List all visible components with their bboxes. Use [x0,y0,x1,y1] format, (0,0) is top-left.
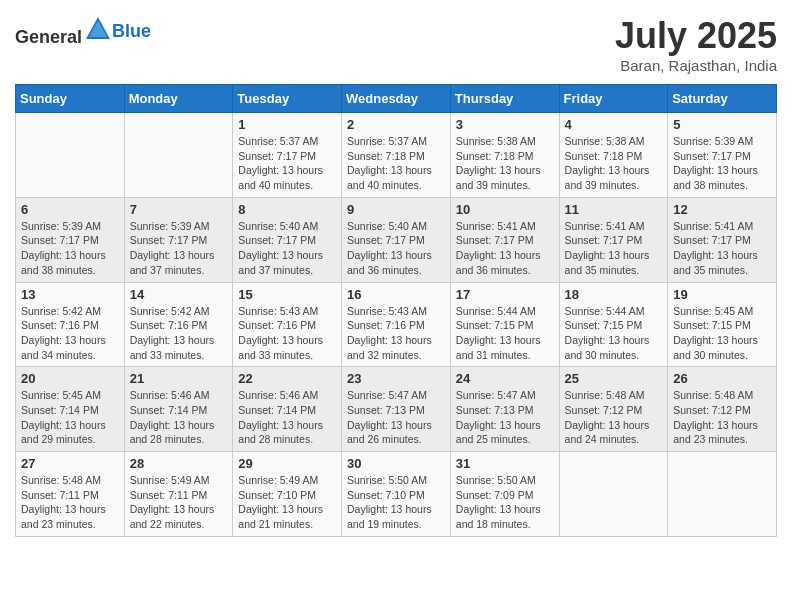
day-number: 20 [21,371,119,386]
calendar-cell: 10Sunrise: 5:41 AMSunset: 7:17 PMDayligh… [450,197,559,282]
day-info: Sunrise: 5:44 AMSunset: 7:15 PMDaylight:… [456,304,554,363]
calendar-header-thursday: Thursday [450,85,559,113]
day-number: 17 [456,287,554,302]
day-info: Sunrise: 5:40 AMSunset: 7:17 PMDaylight:… [347,219,445,278]
day-info: Sunrise: 5:37 AMSunset: 7:17 PMDaylight:… [238,134,336,193]
day-number: 1 [238,117,336,132]
calendar-header-row: SundayMondayTuesdayWednesdayThursdayFrid… [16,85,777,113]
calendar-cell [16,113,125,198]
logo-blue: Blue [112,21,151,42]
day-number: 2 [347,117,445,132]
calendar-cell: 7Sunrise: 5:39 AMSunset: 7:17 PMDaylight… [124,197,233,282]
day-number: 26 [673,371,771,386]
calendar-header-sunday: Sunday [16,85,125,113]
logo-general: General [15,27,82,47]
day-info: Sunrise: 5:39 AMSunset: 7:17 PMDaylight:… [673,134,771,193]
calendar-week-row: 20Sunrise: 5:45 AMSunset: 7:14 PMDayligh… [16,367,777,452]
day-number: 23 [347,371,445,386]
calendar-cell: 24Sunrise: 5:47 AMSunset: 7:13 PMDayligh… [450,367,559,452]
calendar-cell: 17Sunrise: 5:44 AMSunset: 7:15 PMDayligh… [450,282,559,367]
day-info: Sunrise: 5:42 AMSunset: 7:16 PMDaylight:… [130,304,228,363]
calendar-cell: 26Sunrise: 5:48 AMSunset: 7:12 PMDayligh… [668,367,777,452]
day-info: Sunrise: 5:49 AMSunset: 7:10 PMDaylight:… [238,473,336,532]
day-info: Sunrise: 5:46 AMSunset: 7:14 PMDaylight:… [130,388,228,447]
day-info: Sunrise: 5:37 AMSunset: 7:18 PMDaylight:… [347,134,445,193]
day-info: Sunrise: 5:47 AMSunset: 7:13 PMDaylight:… [456,388,554,447]
page-header: General Blue July 2025 Baran, Rajasthan,… [15,15,777,74]
day-number: 7 [130,202,228,217]
calendar-cell: 27Sunrise: 5:48 AMSunset: 7:11 PMDayligh… [16,452,125,537]
calendar-header-tuesday: Tuesday [233,85,342,113]
calendar-header-wednesday: Wednesday [342,85,451,113]
day-info: Sunrise: 5:42 AMSunset: 7:16 PMDaylight:… [21,304,119,363]
day-info: Sunrise: 5:41 AMSunset: 7:17 PMDaylight:… [673,219,771,278]
day-info: Sunrise: 5:50 AMSunset: 7:09 PMDaylight:… [456,473,554,532]
day-number: 4 [565,117,663,132]
calendar-week-row: 27Sunrise: 5:48 AMSunset: 7:11 PMDayligh… [16,452,777,537]
calendar-cell: 28Sunrise: 5:49 AMSunset: 7:11 PMDayligh… [124,452,233,537]
calendar-cell: 4Sunrise: 5:38 AMSunset: 7:18 PMDaylight… [559,113,668,198]
day-number: 29 [238,456,336,471]
day-number: 21 [130,371,228,386]
day-info: Sunrise: 5:43 AMSunset: 7:16 PMDaylight:… [238,304,336,363]
day-number: 25 [565,371,663,386]
day-info: Sunrise: 5:45 AMSunset: 7:14 PMDaylight:… [21,388,119,447]
logo: General Blue [15,15,151,48]
day-number: 30 [347,456,445,471]
day-info: Sunrise: 5:50 AMSunset: 7:10 PMDaylight:… [347,473,445,532]
calendar-cell: 18Sunrise: 5:44 AMSunset: 7:15 PMDayligh… [559,282,668,367]
day-info: Sunrise: 5:38 AMSunset: 7:18 PMDaylight:… [456,134,554,193]
day-number: 31 [456,456,554,471]
calendar-cell: 3Sunrise: 5:38 AMSunset: 7:18 PMDaylight… [450,113,559,198]
day-info: Sunrise: 5:48 AMSunset: 7:12 PMDaylight:… [565,388,663,447]
day-info: Sunrise: 5:41 AMSunset: 7:17 PMDaylight:… [456,219,554,278]
day-info: Sunrise: 5:48 AMSunset: 7:11 PMDaylight:… [21,473,119,532]
day-number: 10 [456,202,554,217]
calendar-cell: 21Sunrise: 5:46 AMSunset: 7:14 PMDayligh… [124,367,233,452]
day-number: 16 [347,287,445,302]
day-number: 19 [673,287,771,302]
day-number: 6 [21,202,119,217]
month-title: July 2025 [615,15,777,57]
calendar-week-row: 13Sunrise: 5:42 AMSunset: 7:16 PMDayligh… [16,282,777,367]
calendar-cell: 8Sunrise: 5:40 AMSunset: 7:17 PMDaylight… [233,197,342,282]
day-info: Sunrise: 5:48 AMSunset: 7:12 PMDaylight:… [673,388,771,447]
calendar-cell: 9Sunrise: 5:40 AMSunset: 7:17 PMDaylight… [342,197,451,282]
day-number: 5 [673,117,771,132]
day-number: 28 [130,456,228,471]
calendar-cell: 13Sunrise: 5:42 AMSunset: 7:16 PMDayligh… [16,282,125,367]
day-number: 18 [565,287,663,302]
calendar-cell: 1Sunrise: 5:37 AMSunset: 7:17 PMDaylight… [233,113,342,198]
day-number: 3 [456,117,554,132]
day-info: Sunrise: 5:41 AMSunset: 7:17 PMDaylight:… [565,219,663,278]
day-info: Sunrise: 5:40 AMSunset: 7:17 PMDaylight:… [238,219,336,278]
location-title: Baran, Rajasthan, India [615,57,777,74]
calendar-cell: 29Sunrise: 5:49 AMSunset: 7:10 PMDayligh… [233,452,342,537]
calendar-cell: 11Sunrise: 5:41 AMSunset: 7:17 PMDayligh… [559,197,668,282]
day-number: 24 [456,371,554,386]
calendar-cell: 22Sunrise: 5:46 AMSunset: 7:14 PMDayligh… [233,367,342,452]
calendar-week-row: 1Sunrise: 5:37 AMSunset: 7:17 PMDaylight… [16,113,777,198]
title-area: July 2025 Baran, Rajasthan, India [615,15,777,74]
day-info: Sunrise: 5:39 AMSunset: 7:17 PMDaylight:… [21,219,119,278]
day-number: 14 [130,287,228,302]
calendar-cell: 19Sunrise: 5:45 AMSunset: 7:15 PMDayligh… [668,282,777,367]
calendar-cell: 31Sunrise: 5:50 AMSunset: 7:09 PMDayligh… [450,452,559,537]
day-number: 11 [565,202,663,217]
day-info: Sunrise: 5:43 AMSunset: 7:16 PMDaylight:… [347,304,445,363]
day-info: Sunrise: 5:44 AMSunset: 7:15 PMDaylight:… [565,304,663,363]
calendar-cell: 15Sunrise: 5:43 AMSunset: 7:16 PMDayligh… [233,282,342,367]
calendar-cell: 30Sunrise: 5:50 AMSunset: 7:10 PMDayligh… [342,452,451,537]
calendar-cell: 14Sunrise: 5:42 AMSunset: 7:16 PMDayligh… [124,282,233,367]
calendar-cell: 6Sunrise: 5:39 AMSunset: 7:17 PMDaylight… [16,197,125,282]
day-info: Sunrise: 5:47 AMSunset: 7:13 PMDaylight:… [347,388,445,447]
day-number: 13 [21,287,119,302]
calendar-cell: 12Sunrise: 5:41 AMSunset: 7:17 PMDayligh… [668,197,777,282]
calendar-cell: 25Sunrise: 5:48 AMSunset: 7:12 PMDayligh… [559,367,668,452]
day-info: Sunrise: 5:39 AMSunset: 7:17 PMDaylight:… [130,219,228,278]
calendar-cell [124,113,233,198]
calendar-cell: 2Sunrise: 5:37 AMSunset: 7:18 PMDaylight… [342,113,451,198]
calendar-cell: 20Sunrise: 5:45 AMSunset: 7:14 PMDayligh… [16,367,125,452]
calendar-header-saturday: Saturday [668,85,777,113]
day-number: 22 [238,371,336,386]
